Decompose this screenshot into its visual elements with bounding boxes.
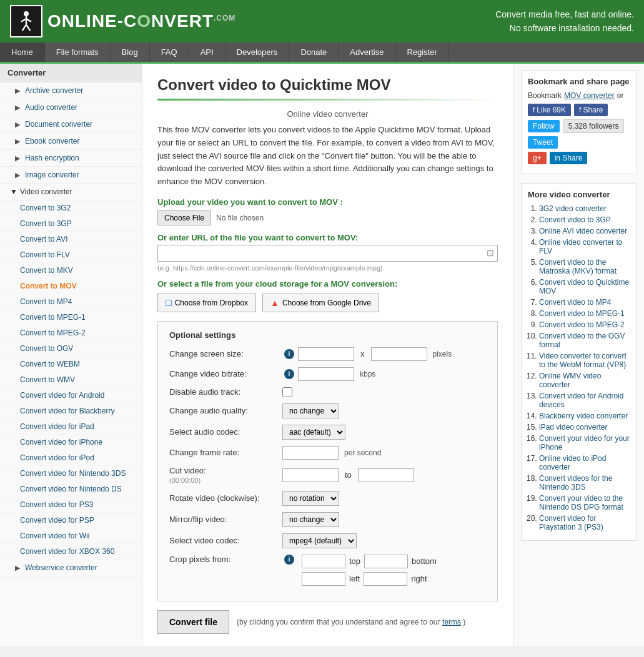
audio-quality-select[interactable]: no change low medium high xyxy=(282,403,339,418)
convert-button[interactable]: Convert file xyxy=(157,610,229,634)
crop-right-input[interactable] xyxy=(364,572,407,586)
nav-register[interactable]: Register xyxy=(396,42,449,62)
rotate-select[interactable]: no rotation 90° 180° 270° xyxy=(282,491,339,506)
more-item-14[interactable]: Blackberry video converter xyxy=(539,412,628,420)
frame-rate-input[interactable] xyxy=(282,446,339,460)
sidebar-sub-flv[interactable]: Convert to FLV xyxy=(0,247,142,263)
choose-file-button[interactable]: Choose File xyxy=(157,210,211,225)
disable-audio-checkbox[interactable] xyxy=(282,387,292,397)
more-item-7[interactable]: Convert video to MP4 xyxy=(539,298,611,307)
sidebar-item-archive[interactable]: ▶Archive converter xyxy=(0,82,142,99)
bookmark-row: Bookmark MOV converter or xyxy=(528,91,630,100)
more-item-16[interactable]: Convert your video for your iPhone xyxy=(539,434,630,452)
nav-home[interactable]: Home xyxy=(0,42,45,62)
dropbox-button[interactable]: □ Choose from Dropbox xyxy=(157,294,256,312)
more-item-15[interactable]: iPad video converter xyxy=(539,423,607,432)
terms-link[interactable]: terms xyxy=(442,618,461,626)
more-item-5[interactable]: Convert video to the Matroska (MKV) form… xyxy=(539,258,617,275)
facebook-share-button[interactable]: f Share xyxy=(574,104,608,116)
nav-donate[interactable]: Donate xyxy=(289,42,339,62)
list-item: Online WMV video converter xyxy=(539,372,630,389)
sidebar-sub-webm[interactable]: Convert to WEBM xyxy=(0,357,142,372)
nav-api[interactable]: API xyxy=(189,42,225,62)
more-item-3[interactable]: Online AVI video converter xyxy=(539,227,627,235)
sidebar-sub-3gp[interactable]: Convert to 3GP xyxy=(0,216,142,232)
sidebar-sub-blackberry[interactable]: Convert video for Blackberry xyxy=(0,403,142,419)
sidebar-sub-ipod[interactable]: Convert video for iPod xyxy=(0,450,142,466)
sidebar-item-hash[interactable]: ▶Hash encryption xyxy=(0,150,142,167)
more-item-20[interactable]: Convert video for Playstation 3 (PS3) xyxy=(539,514,603,531)
more-item-12[interactable]: Online WMV video converter xyxy=(539,372,601,389)
sidebar-sub-wii[interactable]: Convert video for Wii xyxy=(0,528,142,544)
bitrate-input[interactable] xyxy=(298,367,354,381)
sidebar-sub-3g2[interactable]: Convert to 3G2 xyxy=(0,200,142,216)
sidebar-sub-avi[interactable]: Convert to AVI xyxy=(0,232,142,247)
sidebar-item-image[interactable]: ▶Image converter xyxy=(0,167,142,184)
sidebar-sub-mkv[interactable]: Convert to MKV xyxy=(0,263,142,279)
sidebar-sub-iphone[interactable]: Convert video for iPhone xyxy=(0,435,142,450)
screen-size-height-input[interactable] xyxy=(371,347,427,361)
crop-info-icon[interactable]: i xyxy=(284,555,294,565)
sidebar-sub-nintendo3ds[interactable]: Convert video for Nintendo 3DS xyxy=(0,466,142,482)
more-item-13[interactable]: Convert video for Android devices xyxy=(539,392,623,409)
sidebar-sub-nintendods[interactable]: Convert video for Nintendo DS xyxy=(0,482,142,497)
sidebar-sub-android[interactable]: Convert video for Android xyxy=(0,388,142,403)
crop-left-input[interactable] xyxy=(302,572,345,586)
cut-video-start-input[interactable] xyxy=(282,468,339,482)
googleplus-button[interactable]: g+ xyxy=(528,152,547,164)
video-codec-select[interactable]: mpeg4 (default) libx264 libvpx xyxy=(282,533,357,548)
sidebar-sub-mpeg1[interactable]: Convert to MPEG-1 xyxy=(0,310,142,325)
sidebar-sub-psp[interactable]: Convert video for PSP xyxy=(0,513,142,528)
twitter-tweet-button[interactable]: Tweet xyxy=(528,136,558,149)
more-item-4[interactable]: Online video converter to FLV xyxy=(539,238,622,255)
crop-top-input[interactable] xyxy=(302,555,345,568)
twitter-followers-count[interactable]: 5,328 followers xyxy=(563,119,625,133)
sidebar-sub-ps3[interactable]: Convert video for PS3 xyxy=(0,497,142,513)
mirror-select[interactable]: no change horizontal vertical xyxy=(282,512,339,527)
sidebar-sub-mpeg2[interactable]: Convert to MPEG-2 xyxy=(0,325,142,341)
more-item-11[interactable]: Video converter to convert to the WebM f… xyxy=(539,352,627,369)
sidebar-sub-ogv[interactable]: Convert to OGV xyxy=(0,341,142,357)
sidebar-sub-mp4[interactable]: Convert to MP4 xyxy=(0,294,142,310)
bookmark-title: Bookmark and share page xyxy=(528,77,630,86)
right-sidebar: Bookmark and share page Bookmark MOV con… xyxy=(513,64,644,646)
sidebar-sub-xbox360[interactable]: Convert video for XBOX 360 xyxy=(0,544,142,560)
linkedin-share-button[interactable]: in Share xyxy=(550,152,588,164)
audio-codec-select[interactable]: aac (default) mp3 vorbis opus xyxy=(282,425,345,440)
sidebar-sub-mov[interactable]: Convert to MOV xyxy=(0,279,142,294)
crop-bottom-input[interactable] xyxy=(364,555,408,568)
cut-video-end-input[interactable] xyxy=(358,468,414,482)
screen-size-width-input[interactable] xyxy=(298,347,354,361)
more-item-18[interactable]: Convert videos for the Nintendo 3DS xyxy=(539,474,612,492)
sidebar-item-video[interactable]: ▼Video converter xyxy=(0,184,142,200)
sidebar-item-ebook[interactable]: ▶Ebook converter xyxy=(0,133,142,150)
nav-blog[interactable]: Blog xyxy=(111,42,150,62)
nav-developers[interactable]: Developers xyxy=(225,42,290,62)
sidebar-sub-ipad[interactable]: Convert video for iPad xyxy=(0,419,142,435)
list-item: Convert your video to the Nintendo DS DP… xyxy=(539,494,630,511)
sidebar-item-document[interactable]: ▶Document converter xyxy=(0,116,142,133)
screen-size-info-icon[interactable]: i xyxy=(284,349,294,359)
twitter-follow-button[interactable]: Follow xyxy=(528,120,560,132)
social-row-other: g+ in Share xyxy=(528,152,630,164)
sidebar-item-audio[interactable]: ▶Audio converter xyxy=(0,99,142,116)
sidebar-item-webservice[interactable]: ▶Webservice converter xyxy=(0,560,142,576)
more-item-10[interactable]: Convert video to the OGV format xyxy=(539,332,625,349)
nav-advertise[interactable]: Advertise xyxy=(339,42,395,62)
more-item-6[interactable]: Convert video to Quicktime MOV xyxy=(539,278,629,295)
mov-converter-link[interactable]: MOV converter xyxy=(564,91,615,100)
gdrive-button[interactable]: ▲ Choose from Google Drive xyxy=(262,294,379,312)
sidebar-sub-wmv[interactable]: Convert to WMV xyxy=(0,372,142,388)
url-clear-icon[interactable]: ⊡ xyxy=(487,248,494,258)
nav-file-formats[interactable]: File formats xyxy=(45,42,111,62)
more-item-8[interactable]: Convert video to MPEG-1 xyxy=(539,309,625,318)
facebook-like-button[interactable]: f Like 69K xyxy=(528,104,571,116)
more-item-9[interactable]: Convert video to MPEG-2 xyxy=(539,320,625,329)
more-item-1[interactable]: 3G2 video converter xyxy=(539,204,607,213)
url-input[interactable] xyxy=(157,245,498,262)
nav-faq[interactable]: FAQ xyxy=(150,42,189,62)
more-item-19[interactable]: Convert your video to the Nintendo DS DP… xyxy=(539,494,623,511)
bitrate-info-icon[interactable]: i xyxy=(284,369,294,379)
more-item-2[interactable]: Convert video to 3GP xyxy=(539,215,611,224)
more-item-17[interactable]: Online video to iPod converter xyxy=(539,454,606,472)
